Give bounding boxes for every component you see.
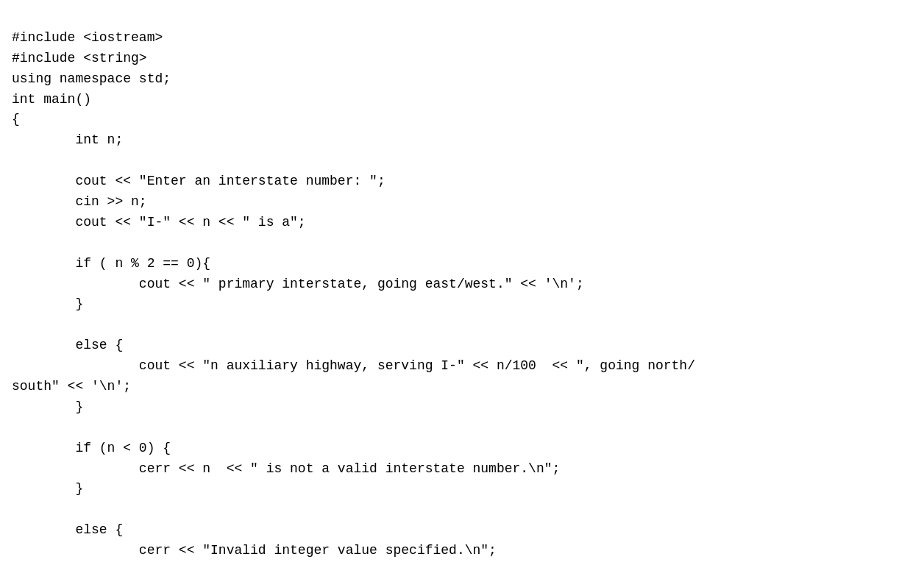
code-editor: #include <iostream> #include <string> us… xyxy=(12,7,912,565)
code-content: #include <iostream> #include <string> us… xyxy=(12,30,695,565)
